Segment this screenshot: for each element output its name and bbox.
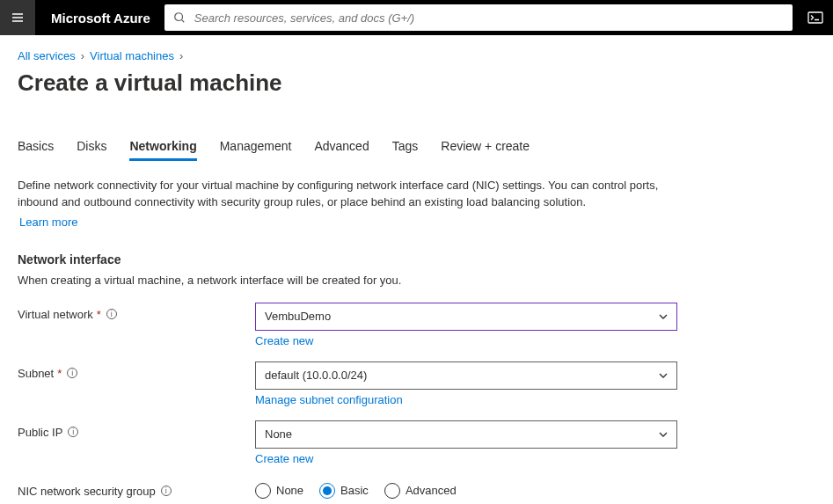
- label-virtual-network: Virtual network * i: [18, 303, 255, 321]
- global-search[interactable]: [164, 4, 793, 31]
- row-virtual-network: Virtual network * i VembuDemo Create new: [18, 303, 815, 347]
- info-icon[interactable]: i: [67, 368, 77, 378]
- row-public-ip: Public IP i None Create new: [18, 420, 815, 465]
- label-public-ip: Public IP i: [18, 420, 255, 439]
- required-mark: *: [97, 308, 101, 321]
- chevron-down-icon: [657, 369, 669, 382]
- learn-more-link[interactable]: Learn more: [18, 215, 77, 231]
- chevron-down-icon: [657, 310, 669, 323]
- info-icon[interactable]: i: [68, 427, 78, 437]
- dropdown-subnet[interactable]: default (10.0.0.0/24): [255, 362, 677, 390]
- radio-nsg-basic[interactable]: Basic: [319, 483, 369, 499]
- row-nsg: NIC network security group i None Basic …: [18, 479, 815, 499]
- tab-description: Define network connectivity for your vir…: [18, 178, 669, 231]
- breadcrumb-link-virtual-machines[interactable]: Virtual machines: [90, 49, 174, 62]
- breadcrumb-link-all-services[interactable]: All services: [18, 49, 76, 62]
- svg-point-0: [175, 13, 183, 21]
- required-mark: *: [57, 367, 62, 380]
- tab-bar: Basics Disks Networking Management Advan…: [18, 139, 815, 162]
- radio-nsg-advanced[interactable]: Advanced: [384, 483, 457, 499]
- breadcrumb: All services › Virtual machines ›: [18, 49, 815, 62]
- hamburger-icon: [11, 11, 25, 25]
- link-create-new-vnet[interactable]: Create new: [255, 334, 313, 347]
- top-bar: Microsoft Azure: [0, 0, 833, 35]
- section-title: Network interface: [18, 252, 815, 267]
- tab-description-text: Define network connectivity for your vir…: [18, 179, 658, 208]
- link-create-new-public-ip[interactable]: Create new: [255, 452, 313, 465]
- dropdown-value: None: [265, 427, 292, 441]
- chevron-down-icon: [657, 428, 669, 441]
- tab-basics[interactable]: Basics: [18, 139, 54, 161]
- tab-networking[interactable]: Networking: [129, 139, 196, 161]
- dropdown-value: VembuDemo: [265, 310, 331, 323]
- dropdown-value: default (10.0.0.0/24): [265, 369, 367, 382]
- section-description: When creating a virtual machine, a netwo…: [18, 274, 815, 287]
- search-input[interactable]: [193, 4, 793, 31]
- chevron-right-icon: ›: [81, 49, 84, 62]
- svg-rect-1: [808, 12, 822, 23]
- tab-tags[interactable]: Tags: [392, 139, 419, 161]
- label-subnet: Subnet * i: [18, 362, 255, 380]
- cloud-shell-icon: [807, 11, 823, 24]
- page-title: Create a virtual machine: [18, 69, 815, 97]
- radio-nsg-none[interactable]: None: [255, 483, 303, 499]
- dropdown-public-ip[interactable]: None: [255, 420, 677, 449]
- tab-disks[interactable]: Disks: [77, 139, 106, 161]
- info-icon[interactable]: i: [106, 309, 117, 319]
- link-manage-subnet[interactable]: Manage subnet configuration: [255, 393, 403, 406]
- tab-review-create[interactable]: Review + create: [441, 139, 530, 161]
- chevron-right-icon: ›: [179, 49, 183, 62]
- row-subnet: Subnet * i default (10.0.0.0/24) Manage …: [18, 362, 815, 406]
- tab-advanced[interactable]: Advanced: [314, 139, 369, 161]
- radio-group-nsg: None Basic Advanced: [255, 479, 677, 499]
- dropdown-virtual-network[interactable]: VembuDemo: [255, 303, 677, 331]
- label-nsg: NIC network security group i: [18, 479, 255, 498]
- page-content: All services › Virtual machines › Create…: [0, 35, 833, 504]
- cloud-shell-button[interactable]: [798, 0, 833, 35]
- info-icon[interactable]: i: [161, 486, 172, 496]
- tab-management[interactable]: Management: [220, 139, 292, 161]
- menu-toggle-button[interactable]: [0, 0, 35, 35]
- search-icon: [173, 11, 186, 24]
- brand-label: Microsoft Azure: [35, 11, 164, 26]
